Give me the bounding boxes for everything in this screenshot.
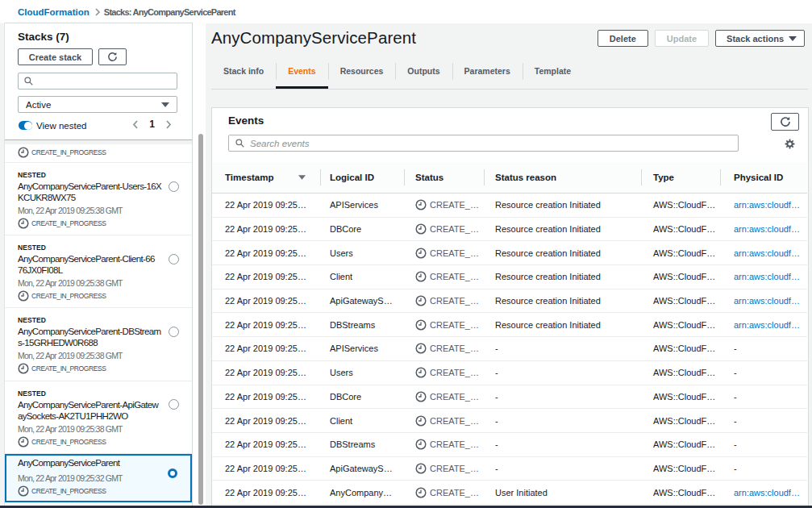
physical-id-link[interactable]: arn:aws:cloudf… bbox=[734, 224, 800, 234]
physical-id-link[interactable]: arn:aws:cloudf… bbox=[734, 272, 800, 281]
tab[interactable]: Parameters bbox=[452, 60, 523, 89]
cell-status-reason: - bbox=[495, 337, 498, 360]
refresh-icon bbox=[107, 52, 118, 62]
tab[interactable]: Stack info bbox=[211, 60, 276, 89]
tab[interactable]: Template bbox=[523, 60, 583, 89]
cell-logical-id: DBCore bbox=[330, 385, 361, 409]
nested-badge: NESTED bbox=[18, 244, 164, 252]
view-nested-row: View nested 1 bbox=[19, 120, 178, 131]
stacks-search-input[interactable] bbox=[38, 77, 177, 86]
in-progress-clock-icon bbox=[18, 290, 29, 302]
view-nested-label: View nested bbox=[36, 121, 86, 131]
physical-id-link: - bbox=[734, 439, 737, 449]
cell-type: AWS::CloudF… bbox=[653, 433, 715, 456]
stack-radio[interactable] bbox=[168, 468, 177, 478]
cell-physical-id: arn:aws:cloudf… bbox=[734, 289, 800, 313]
col-header-type[interactable]: Type bbox=[653, 162, 674, 193]
previous-page-icon[interactable] bbox=[132, 120, 139, 129]
stacks-filter-select[interactable]: Active bbox=[18, 96, 177, 113]
cell-timestamp: 22 Apr 2019 09:25… bbox=[225, 337, 306, 360]
event-row: 22 Apr 2019 09:25… DBStreams CREATE_… Re… bbox=[212, 313, 807, 337]
events-refresh-button[interactable] bbox=[771, 113, 799, 131]
view-nested-toggle[interactable] bbox=[19, 121, 32, 130]
stack-list-item[interactable]: NESTED AnyCompanyServiceParent-Users-16X… bbox=[5, 163, 192, 235]
tab[interactable]: Outputs bbox=[395, 60, 452, 89]
event-row: 22 Apr 2019 09:25… Users CREATE_… - AWS:… bbox=[212, 361, 807, 385]
sidebar-refresh-button[interactable] bbox=[98, 48, 127, 65]
cell-timestamp: 22 Apr 2019 09:25… bbox=[225, 385, 306, 409]
physical-id-link: - bbox=[734, 368, 737, 377]
physical-id-link[interactable]: arn:aws:cloudf… bbox=[734, 248, 800, 258]
stack-list-item[interactable]: NESTED AnyCompanyServiceParent-ApiGatewa… bbox=[5, 381, 192, 454]
event-row: 22 Apr 2019 09:25… Users CREATE_… Resour… bbox=[212, 241, 807, 265]
cell-status: CREATE_… bbox=[415, 265, 479, 289]
sidebar-scrollbar-thumb[interactable] bbox=[198, 134, 203, 505]
cell-timestamp: 22 Apr 2019 09:25… bbox=[225, 241, 306, 264]
events-search-input[interactable] bbox=[250, 139, 738, 148]
stack-date: Mon, 22 Apr 2019 09:25:32 GMT bbox=[18, 473, 163, 484]
col-header-status-reason[interactable]: Status reason bbox=[495, 162, 556, 193]
event-row: 22 Apr 2019 09:25… ApiGatewayS… CREATE_…… bbox=[212, 289, 807, 314]
stack-list-item[interactable]: NESTED AnyCompanyServiceParent-Client-66… bbox=[5, 235, 192, 308]
col-header-status[interactable]: Status bbox=[415, 162, 443, 193]
cell-logical-id: APIServices bbox=[330, 194, 378, 217]
cell-status-reason: Resource creation Initiated bbox=[495, 313, 601, 336]
cell-status-reason: Resource creation Initiated bbox=[495, 241, 601, 264]
stack-radio[interactable] bbox=[169, 327, 179, 337]
stacks-count: (7) bbox=[56, 31, 69, 43]
cell-physical-id: - bbox=[734, 409, 737, 432]
stack-radio[interactable] bbox=[169, 254, 179, 264]
chevron-down-icon bbox=[161, 102, 169, 107]
col-header-timestamp[interactable]: Timestamp bbox=[225, 162, 306, 193]
in-progress-clock-icon bbox=[18, 485, 29, 497]
next-page-icon[interactable] bbox=[165, 120, 172, 129]
tab[interactable]: Resources bbox=[328, 60, 396, 89]
cloudformation-console: CloudFormation Stacks: AnyCompanyService… bbox=[0, 0, 812, 508]
cell-status: CREATE_… bbox=[415, 409, 479, 432]
stack-list-item-partial[interactable]: CREATE_IN_PROGRESS bbox=[5, 144, 192, 163]
settings-gear-icon[interactable] bbox=[785, 139, 795, 149]
stack-list-item[interactable]: NESTED AnyCompanyServiceParent-DBStreams… bbox=[5, 308, 192, 381]
cell-timestamp: 22 Apr 2019 09:25… bbox=[225, 481, 306, 504]
stack-radio[interactable] bbox=[169, 181, 179, 192]
page-title: AnyCompanyServiceParent bbox=[211, 28, 416, 48]
event-row: 22 Apr 2019 09:25… DBCore CREATE_… Resou… bbox=[212, 218, 807, 242]
stacks-list: CREATE_IN_PROGRESS NESTED AnyCompanyServ… bbox=[5, 144, 192, 502]
breadcrumb-current: Stacks: AnyCompanyServiceParent bbox=[104, 7, 235, 17]
in-progress-clock-icon bbox=[415, 295, 427, 306]
event-row: 22 Apr 2019 09:25… Client CREATE_… - AWS… bbox=[212, 409, 807, 433]
cell-physical-id: arn:aws:cloudf… bbox=[734, 218, 800, 241]
in-progress-clock-icon bbox=[415, 248, 427, 259]
stack-list-item[interactable]: AnyCompanyServiceParent Mon, 22 Apr 2019… bbox=[5, 454, 192, 502]
cell-logical-id: DBStreams bbox=[330, 313, 375, 336]
event-row: 22 Apr 2019 09:25… AnyCompany… CREATE_… … bbox=[212, 481, 807, 505]
stack-status: CREATE_IN_PROGRESS bbox=[18, 485, 163, 497]
cell-status-reason: Resource creation Initiated bbox=[495, 265, 601, 289]
in-progress-clock-icon bbox=[415, 391, 427, 402]
cell-status: CREATE_… bbox=[415, 457, 479, 481]
tab[interactable]: Events bbox=[276, 60, 327, 89]
physical-id-link: - bbox=[734, 344, 737, 353]
breadcrumb-link-cloudformation[interactable]: CloudFormation bbox=[18, 7, 90, 17]
stacks-pagination: 1 bbox=[132, 119, 172, 130]
stack-actions-bar: Delete Update Stack actions bbox=[591, 30, 805, 47]
stack-radio[interactable] bbox=[169, 399, 179, 410]
update-button[interactable]: Update bbox=[655, 30, 709, 47]
in-progress-clock-icon bbox=[415, 415, 427, 427]
cell-physical-id: - bbox=[734, 337, 737, 360]
physical-id-link[interactable]: arn:aws:cloudf… bbox=[734, 320, 800, 330]
in-progress-clock-icon bbox=[415, 271, 427, 282]
events-title: Events bbox=[228, 115, 264, 127]
col-header-physical-id[interactable]: Physical ID bbox=[734, 162, 783, 193]
stack-actions-button[interactable]: Stack actions bbox=[715, 30, 805, 47]
col-header-logical-id[interactable]: Logical ID bbox=[330, 162, 374, 193]
physical-id-link[interactable]: arn:aws:cloudf… bbox=[734, 200, 800, 210]
delete-button[interactable]: Delete bbox=[598, 30, 648, 47]
physical-id-link[interactable]: arn:aws:cloudf… bbox=[734, 296, 800, 306]
page-number[interactable]: 1 bbox=[149, 119, 155, 130]
physical-id-link[interactable]: arn:aws:cloudf… bbox=[734, 488, 800, 498]
create-stack-button[interactable]: Create stack bbox=[18, 48, 93, 65]
stack-status: CREATE_IN_PROGRESS bbox=[18, 147, 192, 158]
cell-physical-id: arn:aws:cloudf… bbox=[734, 241, 800, 264]
cell-logical-id: AnyCompany… bbox=[330, 481, 392, 504]
